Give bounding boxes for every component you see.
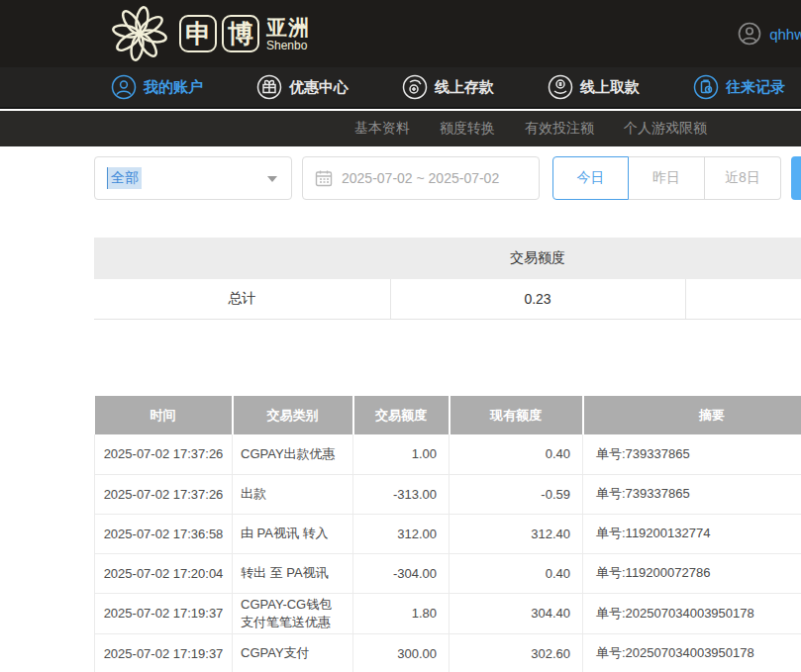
nav-item-label: 往来记录 [726, 78, 785, 97]
subnav-item-valid-bets[interactable]: 有效投注额 [525, 120, 594, 138]
nav-item-label: 线上取款 [580, 78, 640, 97]
site-logo[interactable]: 申 博 亚洲 Shenbo [112, 6, 310, 61]
cell-type: 转出 至 PA视讯 [233, 553, 353, 593]
summary-total-value: 0.23 [390, 279, 685, 319]
cell-type: CGPAY-CG钱包支付笔笔送优惠 [233, 593, 353, 633]
transaction-type-select[interactable]: 全部 [94, 156, 292, 200]
brand-region-cn: 亚洲 [266, 17, 310, 38]
summary-total-row: 总计 0.23 [94, 279, 801, 319]
column-header-balance: 现有额度 [450, 396, 583, 434]
summary-header-amount: 交易额度 [390, 238, 685, 279]
filter-row: 全部 2025-07-02 ~ 2025-07-02 今日 昨日 近8日 [94, 156, 801, 200]
query-button[interactable] [791, 156, 801, 200]
table-row: 2025-07-02 17:36:58 由 PA视讯 转入 312.00 312… [95, 514, 801, 553]
cell-amount: 300.00 [353, 633, 450, 672]
nav-item-label: 优惠中心 [289, 78, 349, 97]
cell-summary: 单号:739337865 [583, 434, 801, 474]
cell-time: 2025-07-02 17:37:26 [95, 434, 233, 474]
subnav-item-credit-transfer[interactable]: 额度转换 [440, 120, 495, 138]
nav-item-records[interactable]: 往来记录 [693, 74, 785, 100]
cell-balance: -0.59 [450, 474, 583, 514]
brand-region: 亚洲 Shenbo [266, 17, 310, 51]
sub-nav: 基本资料 额度转换 有效投注额 个人游戏限额 [0, 111, 801, 146]
cell-summary: 单号:202507034003950178 [583, 633, 801, 672]
cell-amount: 1.80 [353, 593, 450, 633]
nav-item-withdraw[interactable]: 线上取款 [548, 74, 640, 100]
table-row: 2025-07-02 17:19:37 CGPAY-CG钱包支付笔笔送优惠 1.… [95, 593, 801, 633]
flower-logo-icon [112, 6, 167, 61]
column-header-time: 时间 [95, 396, 233, 434]
deposit-icon [402, 74, 428, 100]
date-range-input[interactable]: 2025-07-02 ~ 2025-07-02 [302, 156, 540, 200]
username: qhhw [769, 26, 801, 43]
nav-item-label: 线上存款 [435, 78, 494, 97]
cell-balance: 304.40 [450, 593, 583, 633]
cell-balance: 302.60 [450, 633, 583, 672]
summary-table: 交易额度 总计 0.23 [94, 238, 801, 320]
user-account[interactable]: qhhw [738, 0, 801, 67]
gift-icon [256, 74, 282, 100]
cell-summary: 单号:119200132774 [583, 514, 801, 553]
nav-item-label: 我的账户 [144, 78, 203, 97]
column-header-summary: 摘要 [583, 396, 801, 434]
subnav-item-basic-info[interactable]: 基本资料 [354, 120, 410, 138]
summary-total-cutoff [685, 279, 801, 319]
table-row: 2025-07-02 17:37:26 出款 -313.00 -0.59 单号:… [95, 474, 801, 514]
content-area: 全部 2025-07-02 ~ 2025-07-02 今日 昨日 近8日 交易额… [0, 146, 801, 672]
cell-type: 出款 [233, 474, 353, 514]
chevron-down-icon [267, 176, 277, 182]
cell-amount: 312.00 [353, 514, 450, 553]
column-header-amount: 交易额度 [353, 396, 450, 434]
today-button[interactable]: 今日 [552, 156, 629, 200]
cell-time: 2025-07-02 17:19:37 [95, 633, 233, 672]
summary-header-row: 交易额度 [94, 238, 801, 279]
summary-header-cutoff [685, 238, 801, 279]
nav-item-deposit[interactable]: 线上存款 [402, 74, 494, 100]
column-header-type: 交易类别 [233, 396, 353, 434]
main-nav: 我的账户 优惠中心 线上存款 线上取款 往来 [0, 67, 801, 109]
brand-region-en: Shenbo [266, 40, 310, 51]
cell-type: CGPAY支付 [233, 633, 353, 672]
site-header: 申 博 亚洲 Shenbo qhhw [0, 0, 801, 67]
summary-header-empty [94, 238, 390, 279]
yesterday-button[interactable]: 昨日 [629, 156, 705, 200]
cell-amount: -304.00 [353, 553, 450, 593]
selected-type-value: 全部 [107, 167, 142, 189]
brand-char-box: 申 [179, 15, 217, 52]
cell-balance: 312.40 [450, 514, 583, 553]
cell-time: 2025-07-02 17:20:04 [95, 553, 233, 593]
cell-amount: 1.00 [353, 434, 450, 474]
cell-summary: 单号:202507034003950178 [583, 593, 801, 633]
avatar-icon [738, 22, 761, 46]
date-range-value: 2025-07-02 ~ 2025-07-02 [342, 170, 499, 186]
cell-time: 2025-07-02 17:19:37 [95, 593, 233, 633]
nav-item-promotions[interactable]: 优惠中心 [256, 74, 349, 100]
quick-date-buttons: 今日 昨日 近8日 [552, 156, 781, 200]
cell-balance: 0.40 [450, 553, 583, 593]
calendar-icon [315, 169, 333, 187]
cell-summary: 单号:739337865 [583, 474, 801, 514]
cell-type: 由 PA视讯 转入 [233, 514, 353, 553]
brand-char-box: 博 [222, 15, 259, 52]
cell-time: 2025-07-02 17:37:26 [95, 474, 233, 514]
cell-summary: 单号:119200072786 [583, 553, 801, 593]
user-icon [111, 74, 137, 100]
transactions-header-row: 时间 交易类别 交易额度 现有额度 摘要 [95, 396, 801, 434]
transactions-table: 时间 交易类别 交易额度 现有额度 摘要 2025-07-02 17:37:26… [94, 396, 801, 672]
nav-item-my-account[interactable]: 我的账户 [111, 74, 203, 100]
withdraw-icon [548, 74, 573, 100]
table-row: 2025-07-02 17:37:26 CGPAY出款优惠 1.00 0.40 … [95, 434, 801, 474]
subnav-item-game-limits[interactable]: 个人游戏限额 [624, 120, 707, 138]
cell-type: CGPAY出款优惠 [233, 434, 353, 474]
last-8-days-button[interactable]: 近8日 [705, 156, 781, 200]
cell-time: 2025-07-02 17:36:58 [95, 514, 233, 553]
table-row: 2025-07-02 17:19:37 CGPAY支付 300.00 302.6… [95, 633, 801, 672]
records-icon [693, 74, 719, 100]
summary-total-label: 总计 [94, 279, 390, 319]
cell-amount: -313.00 [353, 474, 450, 514]
cell-balance: 0.40 [450, 434, 583, 474]
table-row: 2025-07-02 17:20:04 转出 至 PA视讯 -304.00 0.… [95, 553, 801, 593]
